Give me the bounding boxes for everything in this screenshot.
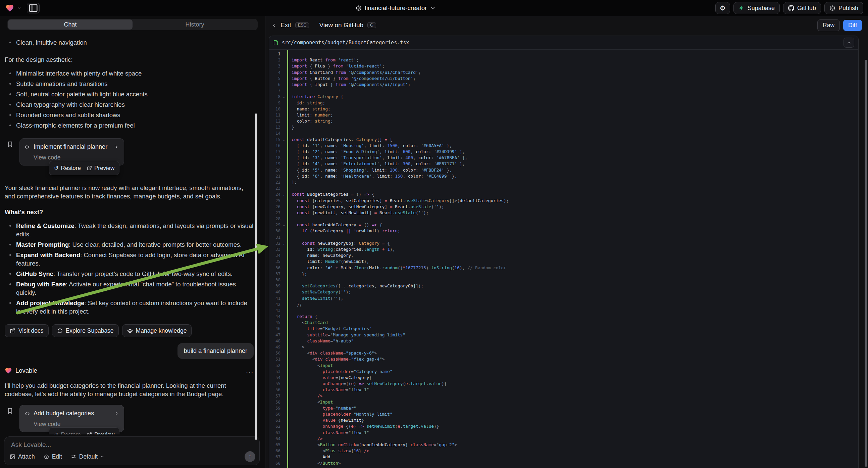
bullet-item: Expand with Backend: Connect Supabase to…: [8, 251, 254, 268]
workspace-chevron-down-icon[interactable]: [17, 6, 21, 10]
raw-button[interactable]: Raw: [817, 20, 840, 31]
composer[interactable]: Ask Lovable... Attach Edit Default ↑: [4, 436, 260, 465]
fold-icon[interactable]: ⌄: [280, 192, 287, 197]
code-line: 43: [269, 308, 858, 314]
code-content: const [newLimit, setNewLimit] = React.us…: [287, 210, 429, 216]
code-content: >: [287, 344, 305, 350]
restore-icon: ↺: [54, 430, 58, 434]
bullet-item: Minimalist interface with plenty of whit…: [8, 69, 254, 78]
view-on-github-link[interactable]: View on GitHub: [319, 22, 363, 29]
code-content: placeholder="Category name": [287, 369, 393, 375]
fold-icon[interactable]: ⌄: [280, 240, 287, 246]
code-content: color: '#' + Math.floor(Math.random()*16…: [287, 265, 506, 271]
code-content: interface Category {: [287, 94, 343, 100]
code-viewer-header: Exit ESC View on GitHub G Raw Diff: [266, 16, 868, 34]
code-content: { id: '5', name: 'Shopping', limit: 200,…: [287, 167, 452, 173]
collapse-file-button[interactable]: [843, 38, 854, 48]
code-line: 56 className="flex-1": [269, 387, 858, 393]
chip-visit-docs[interactable]: Visit docs: [5, 324, 49, 337]
back-chevron-icon[interactable]: [272, 23, 276, 28]
code-line: 26 const [newCategory, setNewCategory] =…: [269, 204, 858, 210]
line-number: 51: [269, 356, 280, 362]
code-content: Add: [287, 454, 331, 460]
code-content: { id: '3', name: 'Transportation', limit…: [287, 155, 467, 161]
code-line: 48 className="h-auto": [269, 338, 858, 344]
attach-button[interactable]: Attach: [10, 453, 35, 460]
arrow-up-icon: ↑: [249, 454, 252, 460]
bookmark-icon[interactable]: [7, 141, 13, 148]
line-number: 34: [269, 253, 280, 259]
tab-history[interactable]: History: [132, 20, 257, 30]
line-number: 33: [269, 246, 280, 253]
publish-button[interactable]: Publish: [825, 2, 863, 14]
toggle-sidebar-button[interactable]: [27, 3, 39, 13]
exit-button[interactable]: Exit: [280, 22, 291, 29]
mode-chevron-down-icon: [100, 455, 104, 459]
line-number: 57: [269, 393, 280, 399]
file-diff-card: src/components/budget/BudgetCategories.t…: [269, 36, 859, 468]
code-line: 64 />: [269, 436, 858, 442]
code-line: 51 <div className="flex gap-4">: [269, 356, 858, 362]
code-content: <div className="space-y-6">: [287, 350, 377, 356]
line-number: 21: [269, 173, 280, 179]
edit-button[interactable]: Edit: [43, 453, 62, 460]
line-number: 46: [269, 326, 280, 332]
bullet-item: Master Prompting: Use clear, detailed, a…: [8, 240, 254, 249]
code-line: 62 onChange={(e) => setNewLimit(e.target…: [269, 423, 858, 429]
file-header[interactable]: src/components/budget/BudgetCategories.t…: [269, 36, 858, 50]
preview-button[interactable]: Preview: [87, 164, 115, 172]
code-line: 31: [269, 234, 858, 240]
project-switcher[interactable]: financial-future-creator: [355, 0, 436, 16]
code-content: const [newCategory, setNewCategory] = Re…: [287, 204, 444, 210]
line-number: 28: [269, 216, 280, 222]
restore-button[interactable]: ↺Restore: [54, 430, 81, 434]
code-content: className="flex-1": [287, 430, 369, 436]
code-editor[interactable]: 12import React from 'react';3import { Pl…: [269, 50, 858, 468]
code-content: ];: [287, 179, 297, 185]
code-line: 45 <ChartCard: [269, 320, 858, 326]
chat-input[interactable]: Ask Lovable...: [11, 441, 51, 448]
tab-chat[interactable]: Chat: [8, 20, 132, 30]
line-number: 64: [269, 436, 280, 442]
lovable-logo-icon[interactable]: [5, 4, 14, 12]
chat-bubble-icon: [57, 328, 63, 334]
preview-button[interactable]: Preview: [87, 430, 115, 434]
line-number: 39: [269, 283, 280, 289]
fold-icon[interactable]: ⌄: [280, 222, 287, 228]
bookmark-icon[interactable]: [7, 408, 13, 414]
code-content: { id: '1', name: 'Housing', limit: 1500,…: [287, 143, 452, 149]
send-button[interactable]: ↑: [245, 451, 255, 462]
line-number: 49: [269, 344, 280, 350]
code-content: return (: [287, 314, 317, 320]
code-line: 63 className="flex-1": [269, 430, 858, 436]
chevron-right-icon[interactable]: [114, 144, 119, 149]
code-line: 22];: [269, 179, 858, 185]
line-number: 5: [269, 76, 280, 82]
code-line: 19 { id: '4', name: 'Entertainment', lim…: [269, 161, 858, 167]
bullet-item: Glass-morphic elements for a premium fee…: [8, 121, 254, 129]
mode-select[interactable]: Default: [71, 453, 104, 460]
code-content: }: [287, 124, 294, 130]
supabase-button[interactable]: Supabase: [734, 2, 780, 14]
chat-scrollbar[interactable]: [255, 114, 257, 440]
chevron-right-icon[interactable]: [114, 411, 119, 416]
code-line: 25 const [categories, setCategories] = R…: [269, 198, 858, 204]
chip-explore-supabase[interactable]: Explore Supabase: [52, 324, 119, 337]
chat-paragraph: I'll help you add budget categories to t…: [5, 381, 254, 398]
message-menu-button[interactable]: ...: [246, 366, 254, 375]
settings-button[interactable]: ⚙: [715, 2, 730, 14]
fold-icon[interactable]: ⌄: [280, 94, 287, 100]
fold-icon[interactable]: ⌄: [280, 137, 287, 143]
code-content: className="h-auto": [287, 338, 354, 344]
version-title: Add budget categories: [34, 409, 94, 418]
chip-manage-knowledge[interactable]: Manage knowledge: [122, 324, 192, 337]
code-line: 4import ChartCard from '@/components/ui/…: [269, 69, 858, 76]
window-scrollbar[interactable]: [865, 60, 867, 467]
code-content: />: [287, 436, 322, 442]
line-number: 59: [269, 405, 280, 411]
github-button[interactable]: GitHub: [783, 2, 821, 14]
diff-button[interactable]: Diff: [843, 20, 862, 31]
line-number: 26: [269, 204, 280, 210]
restore-button[interactable]: ↺Restore: [54, 164, 81, 172]
line-number: 55: [269, 381, 280, 387]
